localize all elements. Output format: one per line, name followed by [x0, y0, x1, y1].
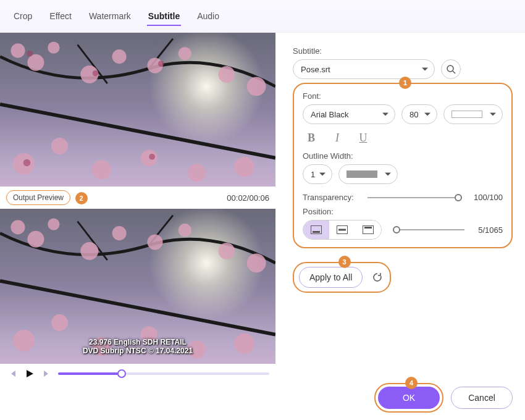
svg-point-26: [178, 224, 191, 237]
svg-line-36: [453, 71, 455, 74]
preview-bottom: 23.976 English SDH RETAIL DVD Subrip NTS…: [0, 209, 275, 364]
transparency-value: 100/100: [474, 193, 503, 202]
output-preview-label: Output Preview: [6, 190, 70, 205]
reset-button[interactable]: [370, 270, 385, 285]
svg-point-11: [92, 161, 111, 180]
svg-point-25: [147, 235, 162, 250]
tab-effect[interactable]: Effect: [48, 7, 73, 26]
svg-point-2: [48, 41, 59, 53]
svg-point-6: [178, 47, 191, 60]
marker-3: 3: [338, 256, 351, 268]
font-size-select[interactable]: 80: [401, 104, 437, 124]
ok-button[interactable]: OK: [378, 387, 440, 409]
tab-subtitle[interactable]: Subtitle: [147, 7, 181, 26]
svg-point-7: [218, 66, 235, 83]
svg-point-22: [48, 218, 59, 230]
svg-point-27: [218, 243, 235, 259]
transparency-slider[interactable]: [368, 197, 460, 198]
position-slider[interactable]: [395, 229, 464, 230]
font-color-select[interactable]: [443, 104, 503, 124]
position-label: Position:: [303, 207, 503, 216]
svg-point-17: [158, 61, 164, 67]
font-family-select[interactable]: Arial Black: [303, 104, 395, 124]
svg-point-30: [51, 314, 68, 331]
bold-button[interactable]: B: [303, 129, 320, 146]
tab-watermark[interactable]: Watermark: [88, 7, 132, 26]
apply-to-all-button[interactable]: Apply to All: [299, 267, 363, 288]
prev-frame-button[interactable]: [6, 368, 19, 380]
search-icon: [446, 64, 456, 74]
playback-controls: [0, 364, 275, 385]
svg-point-13: [188, 164, 206, 182]
svg-point-28: [247, 253, 266, 272]
position-bottom-button[interactable]: [303, 220, 329, 239]
subtitle-file-select[interactable]: Pose.srt: [293, 59, 435, 79]
next-frame-button[interactable]: [41, 368, 53, 380]
position-value: 5/1065: [478, 225, 503, 235]
underline-button[interactable]: U: [355, 129, 372, 146]
svg-point-21: [27, 231, 44, 248]
svg-point-20: [10, 220, 25, 234]
svg-point-23: [80, 242, 98, 260]
svg-point-4: [112, 49, 126, 64]
play-icon: [25, 369, 35, 379]
outline-width-select[interactable]: 1: [303, 164, 332, 184]
svg-point-16: [93, 70, 99, 77]
marker-1: 1: [399, 77, 411, 89]
next-frame-icon: [43, 369, 51, 378]
time-display: 00:02/00:06: [227, 193, 269, 203]
svg-point-15: [27, 51, 33, 57]
blossom-image: [0, 33, 275, 187]
tab-crop[interactable]: Crop: [12, 7, 33, 26]
tab-audio[interactable]: Audio: [196, 7, 220, 26]
subtitle-text-line1: 23.976 English SDH RETAIL: [0, 338, 275, 346]
search-subtitle-button[interactable]: [441, 59, 461, 79]
svg-point-12: [141, 149, 158, 166]
marker-2: 2: [75, 192, 88, 204]
preview-top: [0, 33, 275, 187]
position-top-button[interactable]: [355, 220, 381, 239]
svg-point-19: [149, 154, 155, 160]
svg-point-14: [234, 157, 254, 177]
svg-point-8: [247, 77, 266, 96]
font-label: Font:: [303, 91, 503, 101]
subtitle-label: Subtitle:: [293, 46, 513, 56]
position-middle-button[interactable]: [329, 220, 355, 239]
outline-color-select[interactable]: [338, 164, 398, 184]
seek-slider[interactable]: [58, 372, 269, 375]
prev-frame-icon: [8, 369, 17, 378]
svg-point-10: [51, 138, 68, 154]
font-settings-group: 1 Font: Arial Black 80 B I U Outline Wid…: [293, 83, 513, 248]
outline-width-label: Outline Width:: [303, 151, 503, 161]
subtitle-text-line2: DVD Subrip NTSC © 17.04.2021: [0, 346, 275, 355]
svg-point-18: [23, 159, 31, 167]
svg-point-0: [10, 43, 25, 57]
play-button[interactable]: [23, 368, 36, 380]
svg-point-35: [447, 65, 453, 72]
marker-4: 4: [405, 377, 418, 389]
svg-point-1: [27, 54, 44, 71]
cancel-button[interactable]: Cancel: [451, 387, 513, 409]
reset-icon: [372, 272, 383, 283]
italic-button[interactable]: I: [329, 129, 346, 146]
transparency-label: Transparency:: [303, 193, 354, 202]
svg-point-24: [112, 226, 126, 240]
